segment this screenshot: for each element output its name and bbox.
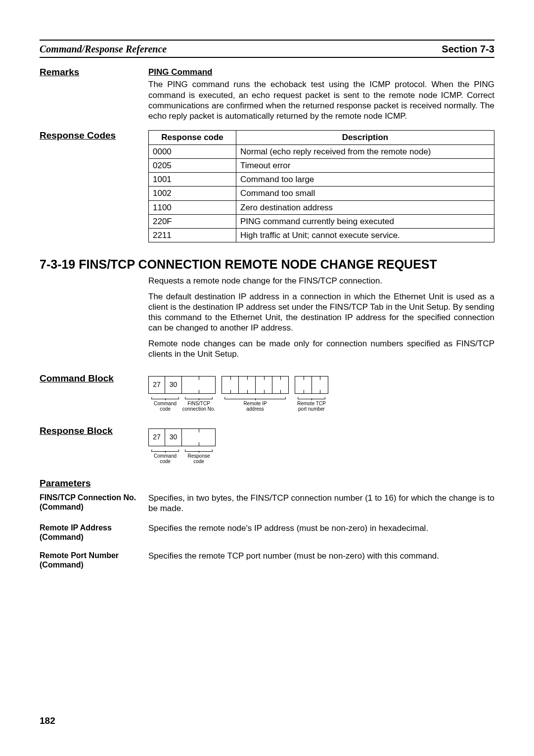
table-row: 0000 Normal (echo reply received from th… <box>149 144 494 158</box>
response-block-heading: Response Block <box>40 425 148 436</box>
gap <box>289 396 295 412</box>
running-header: Command/Response Reference Section 7-3 <box>40 44 494 58</box>
cell-desc: Timeout error <box>236 158 494 172</box>
command-boxes: 27 30 <box>148 376 494 394</box>
parameters-list: FINS/TCP Connection No. (Command) Specif… <box>40 493 494 569</box>
brace-label: Remote TCP <box>297 401 326 406</box>
brace-command-code: Command code <box>148 448 182 464</box>
fins-tcp-conn-field <box>182 376 216 394</box>
brace-label: Command <box>154 453 177 459</box>
response-block-diagram: 27 30 Command code Response code <box>148 428 494 464</box>
brace-response-code: Response code <box>182 448 216 464</box>
remote-ip-byte <box>238 376 255 394</box>
table-row: 2211 High traffic at Unit; cannot execut… <box>149 229 494 242</box>
brace-label: Remote IP <box>243 401 267 406</box>
brace-command-code: Command code <box>148 396 182 412</box>
command-block-content: 27 30 Command code <box>148 373 494 412</box>
table-row: 1002 Command too small <box>149 187 494 200</box>
param-row: Remote Port Number (Command) Specifies t… <box>40 551 494 569</box>
brace-label: address <box>246 406 264 412</box>
ping-command-text: The PING command runs the echoback test … <box>148 79 494 121</box>
remote-ip-byte <box>272 376 289 394</box>
section-intro: Requests a remote node change for the FI… <box>40 276 494 364</box>
response-codes-heading: Response Codes <box>40 130 148 141</box>
response-codes-row: Response Codes Response code Description… <box>40 130 494 242</box>
param-row: FINS/TCP Connection No. (Command) Specif… <box>40 493 494 514</box>
cell-code: 220F <box>149 214 236 228</box>
parameters-row: Parameters <box>40 478 494 489</box>
response-codes-table: Response code Description 0000 Normal (e… <box>148 130 494 242</box>
table-row: 220F PING command currently being execut… <box>149 214 494 228</box>
cell-code: 1002 <box>149 187 236 200</box>
intro-p1: Requests a remote node change for the FI… <box>148 276 494 286</box>
brace-label: Response <box>187 453 210 459</box>
cell-code: 2211 <box>149 229 236 242</box>
cell-code: 1001 <box>149 173 236 187</box>
param-label: FINS/TCP Connection No. (Command) <box>40 493 148 514</box>
gap <box>216 396 222 412</box>
section-title: 7-3-19 FINS/TCP CONNECTION REMOTE NODE C… <box>40 257 494 272</box>
cell-desc: High traffic at Unit; cannot execute ser… <box>236 229 494 242</box>
parameters-heading: Parameters <box>40 478 148 489</box>
cell-desc: Command too small <box>236 187 494 200</box>
rule-top <box>40 40 494 41</box>
cmd-byte-27: 27 <box>148 376 165 394</box>
remarks-heading: Remarks <box>40 67 148 78</box>
cell-code: 0000 <box>149 144 236 158</box>
param-desc: Specifies the remote TCP port number (mu… <box>148 551 494 569</box>
cell-desc: PING command currently being executed <box>236 214 494 228</box>
ping-command-subheading: PING Command <box>148 67 494 77</box>
remarks-content: PING Command The PING command runs the e… <box>148 67 494 121</box>
command-block-diagram: 27 30 Command code <box>148 376 494 412</box>
cell-desc: Zero destination address <box>236 200 494 214</box>
brace-label: port number <box>298 406 325 412</box>
brace-remote-ip: Remote IP address <box>222 396 289 412</box>
param-desc: Specifies the remote node's IP address (… <box>148 523 494 542</box>
th-desc: Description <box>236 131 494 144</box>
section-intro-content: Requests a remote node change for the FI… <box>148 276 494 364</box>
gap <box>289 376 295 394</box>
response-block-row: Response Block 27 30 Command code Respon… <box>40 425 494 464</box>
page: Command/Response Reference Section 7-3 R… <box>0 0 534 756</box>
response-code-field <box>182 428 216 446</box>
brace-label: code <box>193 459 204 464</box>
header-right: Section 7-3 <box>442 44 494 55</box>
brace-remote-port: Remote TCP port number <box>295 396 328 412</box>
resp-byte-27: 27 <box>148 428 165 446</box>
table-row: 1001 Command too large <box>149 173 494 187</box>
brace-fins-tcp: FINS/TCP connection No. <box>182 396 216 412</box>
remote-port-byte <box>312 376 328 394</box>
response-block-content: 27 30 Command code Response code <box>148 425 494 464</box>
th-code: Response code <box>149 131 236 144</box>
table-header-row: Response code Description <box>149 131 494 144</box>
brace-label: FINS/TCP <box>187 401 210 406</box>
response-boxes: 27 30 <box>148 428 494 446</box>
gap <box>216 376 222 394</box>
remarks-row: Remarks PING Command The PING command ru… <box>40 67 494 121</box>
command-block-heading: Command Block <box>40 373 148 384</box>
brace-label: connection No. <box>182 406 216 412</box>
resp-byte-30: 30 <box>165 428 182 446</box>
remote-ip-byte <box>222 376 238 394</box>
remote-ip-byte <box>255 376 272 394</box>
header-left: Command/Response Reference <box>40 44 167 55</box>
command-braces: Command code FINS/TCP connection No. Rem… <box>148 396 494 412</box>
param-label: Remote Port Number (Command) <box>40 551 148 569</box>
command-block-row: Command Block 27 30 <box>40 373 494 412</box>
page-number: 182 <box>40 715 55 726</box>
cell-desc: Normal (echo reply received from the rem… <box>236 144 494 158</box>
intro-p3: Remote node changes can be made only for… <box>148 338 494 360</box>
response-braces: Command code Response code <box>148 448 494 464</box>
cell-code: 0205 <box>149 158 236 172</box>
brace-label: Command <box>154 401 177 406</box>
cmd-byte-30: 30 <box>165 376 182 394</box>
param-label: Remote IP Address (Command) <box>40 523 148 542</box>
brace-label: code <box>160 406 171 412</box>
table-row: 1100 Zero destination address <box>149 200 494 214</box>
intro-p2: The default destination IP address in a … <box>148 291 494 333</box>
cell-code: 1100 <box>149 200 236 214</box>
brace-label: code <box>160 459 171 464</box>
cell-desc: Command too large <box>236 173 494 187</box>
response-codes-content: Response code Description 0000 Normal (e… <box>148 130 494 242</box>
param-desc: Specifies, in two bytes, the FINS/TCP co… <box>148 493 494 514</box>
